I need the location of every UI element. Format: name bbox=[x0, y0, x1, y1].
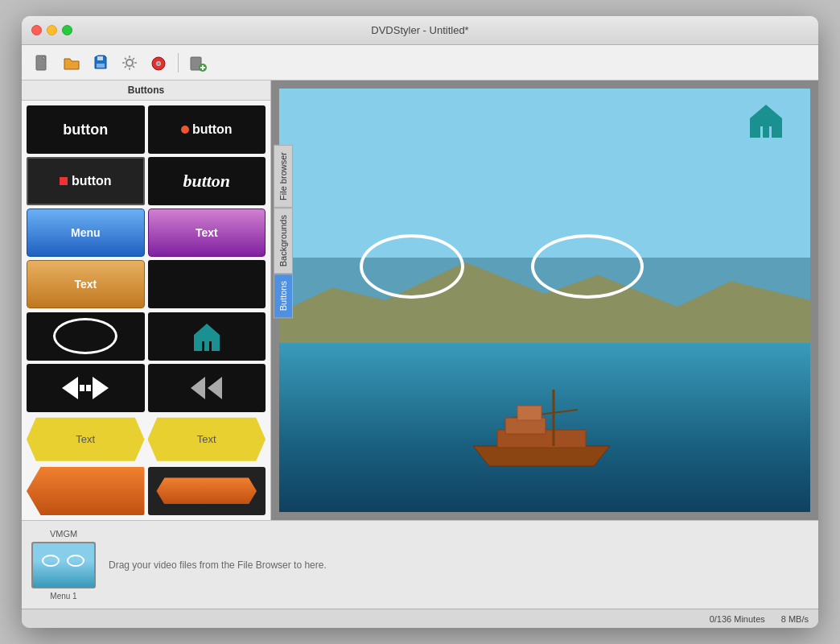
titlebar: DVDStyler - Untitled* bbox=[22, 16, 818, 45]
button-style-13: Text bbox=[27, 415, 145, 464]
button-style-8 bbox=[148, 260, 266, 308]
button-item-5[interactable]: Menu bbox=[27, 208, 145, 257]
button-style-6: Text bbox=[148, 208, 266, 257]
file-browser-tab[interactable]: File browser bbox=[274, 145, 293, 208]
button-style-7: Text bbox=[27, 260, 145, 308]
button-style-10 bbox=[148, 312, 266, 361]
button-item-3[interactable]: button bbox=[27, 157, 145, 205]
main-area: Buttons File browser Backgrounds Buttons… bbox=[22, 80, 818, 520]
canvas-area[interactable] bbox=[271, 80, 818, 520]
settings-button[interactable] bbox=[117, 50, 142, 76]
separator bbox=[178, 53, 179, 72]
button-item-7[interactable]: Text bbox=[27, 260, 145, 308]
toolbar bbox=[22, 45, 818, 80]
right-outline-arrow bbox=[208, 377, 222, 399]
red-square-icon bbox=[60, 177, 68, 185]
button-item-12[interactable] bbox=[148, 364, 266, 412]
vmgm-block: VMGM Menu 1 bbox=[31, 529, 96, 601]
side-tabs: File browser Backgrounds Buttons bbox=[274, 145, 293, 318]
text-label-13: Text bbox=[76, 433, 95, 445]
svg-rect-2 bbox=[97, 64, 105, 68]
button-item-9[interactable] bbox=[27, 312, 145, 361]
canvas-oval-button-1[interactable] bbox=[360, 234, 464, 299]
arrow-group bbox=[62, 377, 109, 399]
svg-point-7 bbox=[158, 62, 160, 64]
menu-thumbnail[interactable] bbox=[31, 542, 96, 588]
minimize-button[interactable] bbox=[47, 25, 57, 35]
button-item-16[interactable] bbox=[148, 467, 266, 515]
button-item-1[interactable]: button bbox=[27, 105, 145, 154]
button-style-3: button bbox=[27, 157, 145, 205]
open-button[interactable] bbox=[59, 50, 84, 76]
save-button[interactable] bbox=[88, 50, 113, 76]
left-outline-arrow bbox=[191, 377, 205, 399]
button-style-11 bbox=[27, 364, 145, 412]
arrow-bar2 bbox=[86, 385, 91, 391]
menu-label: Menu 1 bbox=[50, 592, 76, 601]
canvas-oval-button-2[interactable] bbox=[531, 234, 644, 299]
close-button[interactable] bbox=[31, 25, 42, 35]
burn-button[interactable] bbox=[146, 50, 171, 76]
thumbnail-oval-1 bbox=[42, 555, 60, 567]
svg-rect-18 bbox=[517, 406, 541, 420]
scene-boat-svg bbox=[449, 374, 634, 478]
drag-hint: Drag your video files from the File Brow… bbox=[109, 559, 809, 571]
button-style-15 bbox=[27, 467, 145, 515]
button-item-4[interactable]: button bbox=[148, 157, 266, 205]
minutes-status: 0/136 Minutes bbox=[710, 614, 765, 624]
button-style-2: button bbox=[148, 105, 266, 154]
button-item-6[interactable]: Text bbox=[148, 208, 266, 257]
thumbnail-scene bbox=[33, 543, 94, 587]
home-svg-icon bbox=[746, 101, 786, 139]
buttons-grid: button button button button bbox=[22, 101, 270, 520]
button-item-10[interactable] bbox=[148, 312, 266, 361]
traffic-lights bbox=[31, 25, 72, 35]
left-panel: Buttons File browser Backgrounds Buttons… bbox=[22, 80, 271, 520]
add-file-button[interactable] bbox=[185, 50, 211, 76]
main-window: DVDStyler - Untitled* Buttons File bbox=[22, 16, 818, 628]
orange-double-arrow-shape bbox=[156, 477, 257, 504]
house-icon bbox=[189, 319, 224, 354]
maximize-button[interactable] bbox=[62, 25, 72, 35]
window-title: DVDStyler - Untitled* bbox=[371, 24, 468, 36]
text-label-14: Text bbox=[197, 433, 216, 445]
oval-shape bbox=[53, 318, 117, 354]
button-style-4: button bbox=[148, 157, 266, 205]
backgrounds-tab[interactable]: Backgrounds bbox=[274, 208, 293, 274]
speed-status: 8 MB/s bbox=[781, 614, 809, 624]
svg-rect-20 bbox=[763, 126, 769, 138]
bottom-area: VMGM Menu 1 Drag your video files from t… bbox=[22, 520, 818, 609]
button-item-8[interactable] bbox=[148, 260, 266, 308]
button-style-9 bbox=[27, 312, 145, 361]
red-dot-icon bbox=[181, 126, 189, 134]
button-item-2[interactable]: button bbox=[148, 105, 266, 154]
button-style-1: button bbox=[27, 105, 145, 154]
button-style-14: Text bbox=[148, 415, 266, 464]
statusbar: 0/136 Minutes 8 MB/s bbox=[22, 609, 818, 628]
buttons-tab[interactable]: Buttons bbox=[274, 274, 293, 318]
button-item-13[interactable]: Text bbox=[27, 415, 145, 464]
arrow-bar bbox=[80, 385, 84, 391]
thumbnail-oval-2 bbox=[67, 555, 84, 567]
button-style-16 bbox=[148, 467, 266, 515]
svg-point-4 bbox=[126, 60, 133, 66]
right-arrow-shape bbox=[93, 377, 109, 399]
vmgm-label: VMGM bbox=[50, 529, 77, 539]
button-style-5: Menu bbox=[27, 208, 145, 257]
svg-rect-13 bbox=[204, 341, 209, 351]
button-style-12 bbox=[148, 364, 266, 412]
canvas-home-icon[interactable] bbox=[746, 101, 786, 148]
button-item-11[interactable] bbox=[27, 364, 145, 412]
dvd-canvas[interactable] bbox=[279, 89, 810, 512]
svg-rect-3 bbox=[97, 56, 103, 60]
arrow-lr-outline bbox=[191, 377, 222, 399]
left-arrow-shape bbox=[62, 377, 78, 399]
button-item-14[interactable]: Text bbox=[148, 415, 266, 464]
buttons-tab-header: Buttons bbox=[22, 80, 270, 101]
new-button[interactable] bbox=[30, 50, 56, 76]
button-item-15[interactable] bbox=[27, 467, 145, 515]
